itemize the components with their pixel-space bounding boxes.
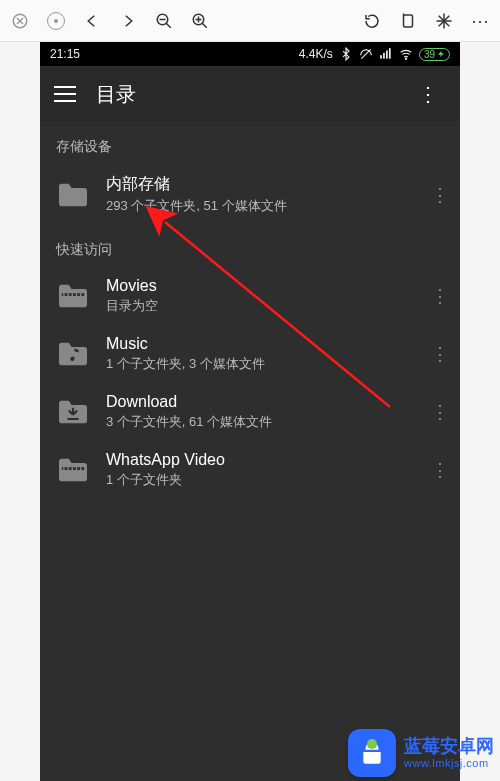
zoom-in-icon[interactable] <box>190 11 210 31</box>
signal-icon <box>379 47 393 61</box>
battery-indicator: 39 <box>419 48 450 61</box>
sparkle-icon[interactable] <box>434 11 454 31</box>
forward-icon[interactable] <box>118 11 138 31</box>
status-bar: 21:15 4.4K/s 39 <box>40 42 460 66</box>
item-title: WhatsApp Video <box>106 451 408 469</box>
status-netspeed: 4.4K/s <box>299 47 333 61</box>
item-overflow-icon[interactable]: ⋮ <box>424 184 456 206</box>
watermark-url: www.lmkjsj.com <box>404 757 494 769</box>
watermark-name: 蓝莓安卓网 <box>404 737 494 757</box>
watermark: 蓝莓安卓网 www.lmkjsj.com <box>348 729 494 777</box>
phone-screen: 21:15 4.4K/s 39 目录 ⋮ 存储设备 <box>40 42 460 781</box>
back-icon[interactable] <box>82 11 102 31</box>
movies-folder-icon <box>56 282 90 310</box>
page-title: 目录 <box>96 81 136 108</box>
item-internal-storage[interactable]: 内部存储 293 个子文件夹, 51 个媒体文件 ⋮ <box>40 164 460 225</box>
bluetooth-icon <box>339 47 353 61</box>
item-overflow-icon[interactable]: ⋮ <box>424 343 456 365</box>
watermark-logo-icon <box>348 729 396 777</box>
item-title: 内部存储 <box>106 174 408 195</box>
close-icon[interactable] <box>10 11 30 31</box>
svg-rect-19 <box>386 51 388 59</box>
wifi-icon <box>399 47 413 61</box>
svg-rect-33 <box>76 467 77 470</box>
item-overflow-icon[interactable]: ⋮ <box>424 285 456 307</box>
svg-point-21 <box>405 58 406 59</box>
download-folder-icon <box>56 398 90 426</box>
svg-rect-28 <box>80 293 81 296</box>
svg-rect-27 <box>76 293 77 296</box>
music-folder-icon <box>56 340 90 368</box>
svg-point-36 <box>368 745 370 747</box>
zoom-out-icon[interactable] <box>154 11 174 31</box>
item-whatsapp-video[interactable]: WhatsApp Video 1 个子文件夹 ⋮ <box>40 441 460 499</box>
section-storage-label: 存储设备 <box>40 122 460 164</box>
adjust-icon[interactable] <box>398 11 418 31</box>
svg-rect-31 <box>67 467 68 470</box>
status-time: 21:15 <box>50 47 80 61</box>
item-title: Music <box>106 335 408 353</box>
svg-rect-18 <box>383 53 385 59</box>
item-overflow-icon[interactable]: ⋮ <box>424 401 456 423</box>
overflow-icon[interactable]: ⋯ <box>470 11 490 31</box>
movies-folder-icon <box>56 456 90 484</box>
section-quick-label: 快速访问 <box>40 225 460 267</box>
item-subtitle: 目录为空 <box>106 297 408 315</box>
app-header: 目录 ⋮ <box>40 66 460 122</box>
svg-rect-10 <box>404 15 413 27</box>
item-title: Download <box>106 393 408 411</box>
svg-rect-24 <box>63 293 64 296</box>
svg-rect-26 <box>72 293 73 296</box>
svg-rect-20 <box>389 48 391 59</box>
item-subtitle: 1 个子文件夹, 3 个媒体文件 <box>106 355 408 373</box>
item-overflow-icon[interactable]: ⋮ <box>424 459 456 481</box>
item-movies[interactable]: Movies 目录为空 ⋮ <box>40 267 460 325</box>
svg-point-37 <box>374 745 376 747</box>
svg-line-7 <box>202 23 207 28</box>
folder-icon <box>56 181 90 209</box>
item-subtitle: 1 个子文件夹 <box>106 471 408 489</box>
rotate-icon[interactable] <box>362 11 382 31</box>
header-overflow-icon[interactable]: ⋮ <box>410 78 446 110</box>
item-music[interactable]: Music 1 个子文件夹, 3 个媒体文件 ⋮ <box>40 325 460 383</box>
svg-rect-25 <box>67 293 68 296</box>
item-subtitle: 293 个子文件夹, 51 个媒体文件 <box>106 197 408 215</box>
svg-marker-22 <box>438 51 444 58</box>
item-download[interactable]: Download 3 个子文件夹, 61 个媒体文件 ⋮ <box>40 383 460 441</box>
item-subtitle: 3 个子文件夹, 61 个媒体文件 <box>106 413 408 431</box>
home-icon[interactable] <box>46 11 66 31</box>
mute-icon <box>359 47 373 61</box>
viewer-toolbar: ⋯ <box>0 0 500 42</box>
item-title: Movies <box>106 277 408 295</box>
svg-rect-30 <box>63 467 64 470</box>
svg-rect-32 <box>72 467 73 470</box>
svg-rect-17 <box>380 55 382 59</box>
menu-icon[interactable] <box>54 86 76 102</box>
svg-rect-34 <box>80 467 81 470</box>
svg-line-4 <box>166 23 171 28</box>
